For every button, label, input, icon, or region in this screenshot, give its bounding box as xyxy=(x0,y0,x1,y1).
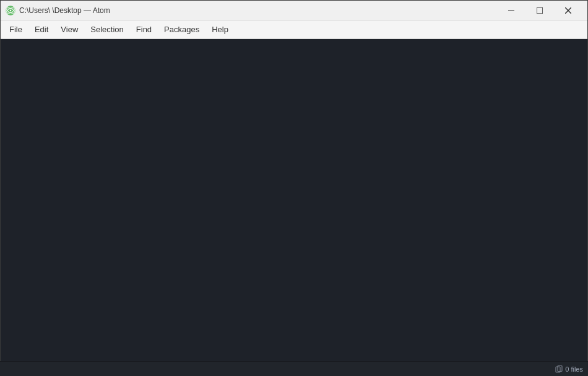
files-status: 0 files xyxy=(555,365,583,373)
close-button[interactable] xyxy=(554,1,582,20)
svg-rect-5 xyxy=(508,10,514,11)
minimize-button[interactable] xyxy=(497,1,525,20)
menu-item-selection[interactable]: Selection xyxy=(84,22,129,37)
window-controls xyxy=(497,1,582,20)
close-icon xyxy=(565,7,571,14)
files-icon xyxy=(555,365,563,373)
menu-item-packages[interactable]: Packages xyxy=(158,22,205,37)
window-title: C:\Users\ \Desktop — Atom xyxy=(19,6,497,15)
menu-item-view[interactable]: View xyxy=(54,22,84,37)
files-count: 0 files xyxy=(565,365,583,373)
menu-item-edit[interactable]: Edit xyxy=(28,22,54,37)
svg-point-4 xyxy=(10,9,12,11)
maximize-icon xyxy=(537,7,543,14)
atom-logo-icon xyxy=(6,6,15,15)
title-bar: C:\Users\ \Desktop — Atom xyxy=(1,1,587,20)
svg-rect-6 xyxy=(537,7,543,14)
menu-item-help[interactable]: Help xyxy=(205,22,235,37)
menu-item-file[interactable]: File xyxy=(3,22,28,37)
menu-bar: File Edit View Selection Find Packages H… xyxy=(1,20,587,39)
maximize-button[interactable] xyxy=(525,1,554,20)
minimize-icon xyxy=(508,7,514,14)
editor-area[interactable] xyxy=(1,39,587,362)
status-bar: 0 files xyxy=(0,361,588,376)
menu-item-find[interactable]: Find xyxy=(130,22,158,37)
